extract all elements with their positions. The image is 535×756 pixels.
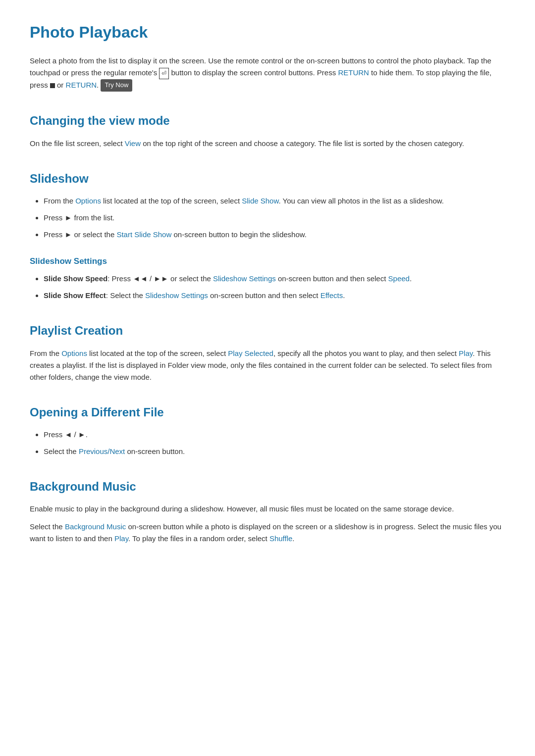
slideshow-item-2: Press ► from the list. bbox=[44, 212, 505, 224]
opening-file-list: Press ◄ / ►. Select the Previous/Next on… bbox=[44, 429, 505, 457]
slide-show-effect-label: Slide Show Effect bbox=[44, 291, 106, 300]
background-music-link[interactable]: Background Music bbox=[65, 522, 126, 531]
shuffle-link[interactable]: Shuffle bbox=[269, 534, 292, 543]
opening-file-item-2: Select the Previous/Next on-screen butto… bbox=[44, 446, 505, 457]
section-slideshow: Slideshow bbox=[30, 169, 505, 188]
slideshow-settings-list: Slide Show Speed: Press ◄◄ / ►► or selec… bbox=[44, 273, 505, 302]
slide-show-speed-label: Slide Show Speed bbox=[44, 274, 107, 283]
start-slide-show-link[interactable]: Start Slide Show bbox=[116, 230, 171, 239]
slideshow-effect-item: Slide Show Effect: Select the Slideshow … bbox=[44, 290, 505, 302]
play-link-1[interactable]: Play bbox=[459, 349, 473, 357]
stop-icon bbox=[50, 83, 55, 88]
slideshow-speed-item: Slide Show Speed: Press ◄◄ / ►► or selec… bbox=[44, 273, 505, 285]
playlist-creation-text: From the Options list located at the top… bbox=[30, 348, 505, 383]
play-link-2[interactable]: Play bbox=[114, 534, 128, 543]
options-link-1[interactable]: Options bbox=[75, 197, 101, 205]
section-playlist-creation: Playlist Creation bbox=[30, 321, 505, 340]
background-music-text-2: Select the Background Music on-screen bu… bbox=[30, 521, 505, 545]
changing-view-mode-text: On the file list screen, select View on … bbox=[30, 138, 505, 150]
play-selected-link[interactable]: Play Selected bbox=[228, 349, 273, 357]
slideshow-item-1: From the Options list located at the top… bbox=[44, 195, 505, 207]
intro-paragraph: Select a photo from the list to display … bbox=[30, 55, 505, 92]
speed-link[interactable]: Speed bbox=[388, 274, 410, 283]
previous-next-link[interactable]: Previous/Next bbox=[79, 447, 125, 455]
return-link-2[interactable]: RETURN bbox=[66, 81, 97, 89]
options-link-2[interactable]: Options bbox=[61, 349, 87, 357]
effects-link[interactable]: Effects bbox=[321, 291, 343, 300]
slideshow-list: From the Options list located at the top… bbox=[44, 195, 505, 241]
slideshow-settings-link-2[interactable]: Slideshow Settings bbox=[145, 291, 208, 300]
background-music-text-1: Enable music to play in the background d… bbox=[30, 503, 505, 515]
return-button-icon: ⏎ bbox=[159, 68, 169, 79]
page-title: Photo Playback bbox=[30, 20, 505, 45]
section-slideshow-settings: Slideshow Settings bbox=[30, 254, 505, 268]
return-link-1[interactable]: RETURN bbox=[338, 68, 369, 77]
slideshow-settings-link-1[interactable]: Slideshow Settings bbox=[213, 274, 276, 283]
slide-show-link[interactable]: Slide Show bbox=[242, 197, 278, 205]
opening-file-item-1: Press ◄ / ►. bbox=[44, 429, 505, 441]
section-changing-view-mode: Changing the view mode bbox=[30, 111, 505, 130]
slideshow-item-3: Press ► or select the Start Slide Show o… bbox=[44, 229, 505, 241]
view-link[interactable]: View bbox=[125, 139, 141, 148]
try-now-button[interactable]: Try Now bbox=[101, 79, 132, 92]
section-opening-different-file: Opening a Different File bbox=[30, 403, 505, 422]
section-background-music: Background Music bbox=[30, 477, 505, 496]
